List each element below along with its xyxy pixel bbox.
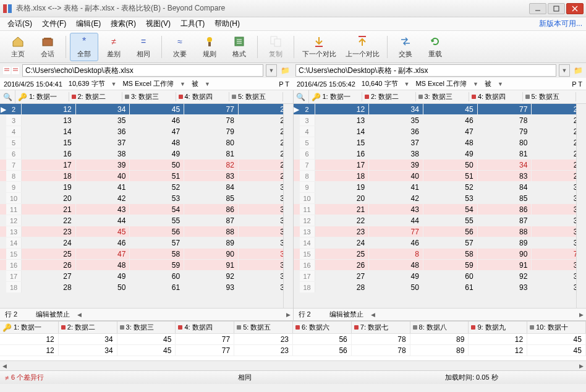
column-header-0[interactable]: 🔑1: 数据一 xyxy=(309,92,363,101)
table-row[interactable]: 122244558733 xyxy=(294,215,587,226)
table-row[interactable]: 71739503428 xyxy=(294,160,587,171)
right-scroll-left-icon[interactable]: ◀ xyxy=(371,312,375,318)
table-row[interactable]: 102042538531 xyxy=(294,193,587,204)
toolbar-all-button[interactable]: *全部 xyxy=(70,33,98,61)
table-row[interactable]: 132377568834 xyxy=(294,226,587,237)
toolbar-diff-button[interactable]: ≠差别 xyxy=(100,33,128,61)
left-path-input[interactable] xyxy=(22,64,263,77)
detail-column-0[interactable]: 🔑1: 数据一 xyxy=(0,322,59,333)
detail-column-7[interactable]: 8: 数据八 xyxy=(410,322,469,333)
table-row[interactable]: 91941528430 xyxy=(0,182,293,193)
compare-mode-icon[interactable] xyxy=(2,66,20,75)
table-row[interactable]: 122244558733 xyxy=(0,215,293,226)
menu-H[interactable]: 帮助(H) xyxy=(211,17,244,30)
detail-scroll-left-icon[interactable]: ◀ xyxy=(2,363,7,369)
table-row[interactable]: 51537488026 xyxy=(294,137,587,148)
menu-E[interactable]: 编辑(E) xyxy=(72,17,104,30)
table-row[interactable]: 41436477925 xyxy=(294,126,587,137)
column-header-1[interactable]: 2: 数据二 xyxy=(362,92,416,101)
table-row[interactable]: 61638498127 xyxy=(294,148,587,160)
minimize-button[interactable] xyxy=(529,3,546,14)
table-row[interactable]: 142446578935 xyxy=(0,237,293,249)
menu-F[interactable]: 文件(F) xyxy=(38,17,70,30)
table-row[interactable]: ▶21234457723 xyxy=(0,104,293,115)
table-row[interactable]: 51537488026 xyxy=(0,137,293,148)
table-row[interactable]: ▶21234457723 xyxy=(294,104,587,115)
toolbar-swap-button[interactable]: 交换 xyxy=(391,33,420,61)
table-row[interactable]: 81840518329 xyxy=(294,171,587,182)
left-path-dropdown[interactable]: ▼ xyxy=(266,64,277,77)
left-scroll-left-icon[interactable]: ◀ xyxy=(77,312,82,318)
column-header-2[interactable]: 3: 数据三 xyxy=(416,92,470,101)
home-icon xyxy=(11,35,25,48)
right-path-dropdown[interactable]: ▼ xyxy=(559,64,570,77)
left-scroll-right-icon[interactable]: ▶ xyxy=(286,312,291,318)
detail-column-5[interactable]: 6: 数据六 xyxy=(293,322,352,333)
detail-column-3[interactable]: 4: 数据四 xyxy=(176,322,234,333)
detail-row[interactable]: 12344577235678891245 xyxy=(0,334,586,345)
toolbar-reload-button[interactable]: 重载 xyxy=(421,33,449,61)
close-button[interactable] xyxy=(566,3,584,14)
column-header-1[interactable]: 2: 数据二 xyxy=(69,92,123,101)
toolbar-next-button[interactable]: 下一个对比 xyxy=(298,33,340,61)
new-version-link[interactable]: 新版本可用... xyxy=(539,19,582,29)
column-header-3[interactable]: 4: 数据四 xyxy=(176,92,230,101)
table-row[interactable]: 142446578935 xyxy=(294,237,587,249)
table-row[interactable]: 182850619339 xyxy=(294,282,587,293)
table-row[interactable]: 182850619339 xyxy=(0,282,293,293)
menu-R[interactable]: 搜索(R) xyxy=(107,17,140,30)
column-header-3[interactable]: 4: 数据四 xyxy=(469,92,523,101)
toolbar-session-button[interactable]: 会话 xyxy=(33,33,62,61)
diff-icon: ≠ xyxy=(107,35,121,48)
detail-column-1[interactable]: 2: 数据二 xyxy=(59,322,117,333)
table-row[interactable]: 61638498127 xyxy=(0,148,293,160)
table-row[interactable]: 41436477925 xyxy=(0,126,293,137)
toolbar-minor-button[interactable]: ≈次要 xyxy=(166,33,194,61)
right-path-input[interactable] xyxy=(295,64,556,77)
path-bar-row: ▼ 📁 ▼ 📁 xyxy=(0,63,586,78)
detail-column-4[interactable]: 5: 数据五 xyxy=(234,322,293,333)
toolbar-same-button[interactable]: =相同 xyxy=(129,33,158,61)
table-row[interactable]: 172749609238 xyxy=(294,271,587,282)
toolbar-home-button[interactable]: 主页 xyxy=(4,33,32,61)
left-scrollbar-v[interactable] xyxy=(283,104,293,308)
column-header-2[interactable]: 3: 数据三 xyxy=(122,92,176,101)
table-row[interactable]: 162648599137 xyxy=(294,260,587,271)
column-header-4[interactable]: 5: 数据五 xyxy=(523,92,577,101)
detail-column-8[interactable]: 9: 数据九 xyxy=(469,322,527,333)
detail-scroll-right-icon[interactable]: ▶ xyxy=(579,363,584,369)
toolbar-prev-button[interactable]: 上一个对比 xyxy=(341,33,383,61)
table-row[interactable]: 172749609238 xyxy=(0,271,293,282)
table-row[interactable]: 31335467824 xyxy=(0,115,293,126)
table-row[interactable]: 132345568834 xyxy=(0,226,293,237)
right-scrollbar-v[interactable] xyxy=(576,104,586,308)
right-browse-icon[interactable]: 📁 xyxy=(572,66,584,75)
detail-column-9[interactable]: 10: 数据十 xyxy=(527,322,586,333)
table-row[interactable]: 152547589036 xyxy=(0,249,293,260)
left-browse-icon[interactable]: 📁 xyxy=(279,66,291,75)
table-row[interactable]: 31335467824 xyxy=(294,115,587,126)
table-row[interactable]: 15258589077 xyxy=(294,249,587,260)
table-row[interactable]: 112143548632 xyxy=(294,204,587,215)
table-row[interactable]: 71739508228 xyxy=(0,160,293,171)
table-row[interactable]: 81840518329 xyxy=(0,171,293,182)
table-row[interactable]: 91941528430 xyxy=(294,182,587,193)
maximize-button[interactable] xyxy=(548,3,565,14)
menu-S[interactable]: 会话(S) xyxy=(4,17,36,30)
menu-V[interactable]: 视图(V) xyxy=(142,17,174,30)
table-row[interactable]: 112143548632 xyxy=(0,204,293,215)
toolbar-copy-button[interactable]: 复制 xyxy=(261,33,290,61)
column-header-4[interactable]: 5: 数据五 xyxy=(229,92,283,101)
toolbar-format-button[interactable]: 格式 xyxy=(225,33,253,61)
table-row[interactable]: 102042538531 xyxy=(0,193,293,204)
detail-row[interactable]: 12344577235678891245 xyxy=(0,345,586,356)
detail-column-6[interactable]: 7: 数据七 xyxy=(352,322,410,333)
svg-rect-19 xyxy=(274,39,281,46)
toolbar-rules-button[interactable]: 规则 xyxy=(195,33,224,61)
table-row[interactable]: 162648599137 xyxy=(0,260,293,271)
detail-column-2[interactable]: 3: 数据三 xyxy=(117,322,176,333)
right-scroll-right-icon[interactable]: ▶ xyxy=(579,312,584,318)
menu-T[interactable]: 工具(T) xyxy=(177,17,208,30)
all-icon: * xyxy=(77,35,91,48)
column-header-0[interactable]: 🔑1: 数据一 xyxy=(15,92,69,101)
